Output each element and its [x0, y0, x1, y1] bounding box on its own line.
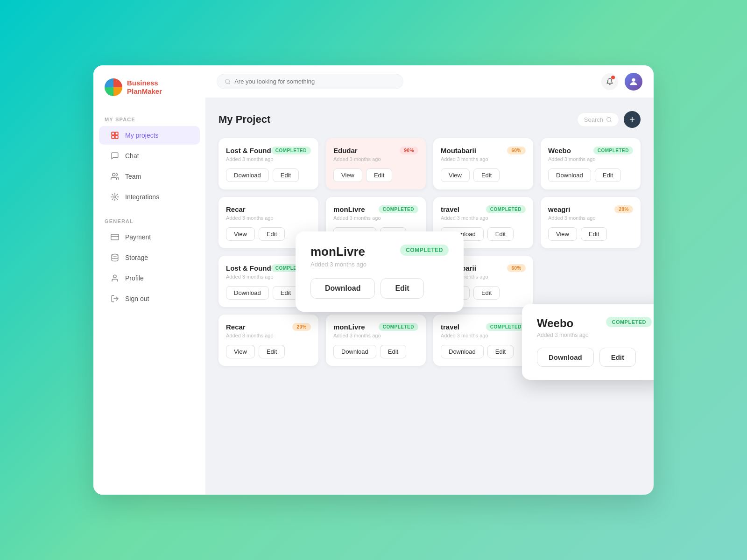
- overlay-monlivre-badge: COMPLETED: [400, 245, 449, 256]
- overlay-weebo-date: Added 3 months ago: [537, 332, 652, 338]
- view-button[interactable]: View: [441, 168, 470, 182]
- payment-label: Payment: [125, 233, 151, 241]
- topbar-search[interactable]: [217, 74, 403, 89]
- user-avatar[interactable]: [625, 73, 642, 91]
- edit-button[interactable]: Edit: [380, 345, 406, 358]
- content-search-text: Search: [584, 116, 603, 123]
- sidebar-item-payment[interactable]: Payment: [99, 228, 200, 246]
- card-badge: 20%: [614, 205, 633, 213]
- edit-button[interactable]: Edit: [595, 168, 621, 182]
- edit-button[interactable]: Edit: [259, 345, 285, 358]
- content-header: My Project Search +: [218, 111, 641, 128]
- sidebar-item-team[interactable]: Team: [99, 167, 200, 186]
- overlay-weebo-badge: COMPLETED: [606, 317, 652, 327]
- notification-dot: [611, 76, 615, 79]
- svg-rect-2: [112, 136, 114, 139]
- profile-label: Profile: [125, 274, 144, 282]
- svg-line-15: [610, 121, 611, 122]
- card-header: travel COMPLETED: [441, 205, 526, 213]
- overlay-monlivre-download-button[interactable]: Download: [310, 278, 375, 299]
- sidebar-item-storage[interactable]: Storage: [99, 248, 200, 267]
- edit-button[interactable]: Edit: [581, 227, 607, 241]
- overlay-weebo-edit-button[interactable]: Edit: [599, 348, 636, 367]
- edit-button[interactable]: Edit: [273, 286, 299, 300]
- sidebar-item-my-projects[interactable]: My projects: [99, 126, 200, 145]
- team-label: Team: [125, 173, 141, 180]
- sidebar-item-signout[interactable]: Sign out: [99, 289, 200, 308]
- card-date: Added 3 months ago: [548, 156, 633, 162]
- sidebar-item-integrations[interactable]: Integrations: [99, 188, 200, 206]
- card-date: Added 3 months ago: [333, 215, 418, 221]
- card-date: Added 3 months ago: [441, 215, 526, 221]
- topbar: [205, 65, 654, 98]
- card-header: Edudar 90%: [333, 147, 418, 154]
- content-search-bar[interactable]: Search: [577, 112, 619, 127]
- download-button[interactable]: Download: [226, 168, 269, 182]
- project-card-weebo-1: Weebo COMPLETED Added 3 months ago Downl…: [541, 138, 641, 189]
- topbar-search-input[interactable]: [234, 78, 395, 85]
- chat-icon: [110, 151, 120, 161]
- sidebar-item-chat[interactable]: Chat: [99, 147, 200, 165]
- edit-button[interactable]: Edit: [366, 168, 392, 182]
- card-badge: 90%: [400, 147, 418, 154]
- view-button[interactable]: View: [226, 227, 255, 241]
- overlay-weebo-name: Weebo: [537, 317, 573, 330]
- card-date: Added 3 months ago: [333, 156, 418, 162]
- card-date: Added 3 months ago: [441, 156, 526, 162]
- card-header: monLivre COMPLETED: [333, 323, 418, 331]
- integrations-label: Integrations: [125, 193, 159, 201]
- overlay-monlivre-header: monLivre COMPLETED: [310, 245, 449, 259]
- card-actions: Download Edit: [548, 168, 633, 182]
- card-badge: COMPLETED: [271, 147, 311, 154]
- svg-rect-1: [115, 132, 118, 135]
- overlay-monlivre-edit-button[interactable]: Edit: [381, 278, 423, 299]
- view-button[interactable]: View: [226, 345, 255, 358]
- view-button[interactable]: View: [548, 227, 577, 241]
- edit-button[interactable]: Edit: [487, 345, 514, 358]
- card-name: Lost & Found: [226, 147, 271, 154]
- project-card-edudar-1: Edudar 90% Added 3 months ago View Edit: [326, 138, 426, 189]
- app-window: Business PlanMaker MY SPACE My projects …: [93, 65, 654, 495]
- svg-point-13: [632, 78, 635, 81]
- project-grid: Lost & Found COMPLETED Added 3 months ag…: [218, 138, 641, 366]
- download-button[interactable]: Download: [333, 345, 376, 358]
- overlay-monlivre-date: Added 3 months ago: [310, 261, 449, 268]
- sidebar-item-profile[interactable]: Profile: [99, 269, 200, 287]
- card-actions: View Edit: [441, 168, 526, 182]
- logo-plan: Plan: [127, 87, 142, 95]
- download-button[interactable]: Download: [226, 286, 269, 300]
- main-content: My Project Search + Lost & Found COMPLET…: [205, 65, 654, 495]
- svg-rect-3: [115, 136, 118, 139]
- notification-button[interactable]: [601, 73, 618, 90]
- card-actions: Download Edit: [226, 168, 311, 182]
- edit-button[interactable]: Edit: [273, 168, 299, 182]
- card-header: Recar 20%: [226, 323, 311, 331]
- card-date: Added 3 months ago: [548, 215, 633, 221]
- card-actions: View Edit: [226, 345, 311, 358]
- card-name: monLivre: [333, 323, 365, 331]
- view-button[interactable]: View: [333, 168, 362, 182]
- card-name: Moutabarii: [441, 147, 476, 154]
- logo-icon: [105, 78, 122, 96]
- card-name: weagri: [548, 205, 571, 213]
- edit-button[interactable]: Edit: [473, 168, 500, 182]
- signout-label: Sign out: [125, 295, 149, 302]
- card-header: Moutabarii 60%: [441, 147, 526, 154]
- edit-button[interactable]: Edit: [259, 227, 285, 241]
- card-badge: 20%: [292, 323, 311, 331]
- project-card-moutabarii-1: Moutabarii 60% Added 3 months ago View E…: [433, 138, 533, 189]
- card-name: Lost & Found: [226, 264, 271, 272]
- download-button[interactable]: Download: [548, 168, 591, 182]
- project-card-recar-2: Recar 20% Added 3 months ago View Edit: [218, 315, 318, 366]
- add-project-button[interactable]: +: [624, 111, 641, 128]
- card-name: Edudar: [333, 147, 358, 154]
- card-actions: View Edit: [333, 168, 418, 182]
- card-name: Recar: [226, 205, 246, 213]
- logo-line1: Business: [127, 79, 158, 87]
- storage-label: Storage: [125, 254, 148, 261]
- edit-button[interactable]: Edit: [473, 286, 500, 300]
- card-badge: COMPLETED: [379, 205, 418, 213]
- overlay-weebo-download-button[interactable]: Download: [537, 348, 594, 367]
- download-button[interactable]: Download: [441, 345, 484, 358]
- edit-button[interactable]: Edit: [487, 227, 514, 241]
